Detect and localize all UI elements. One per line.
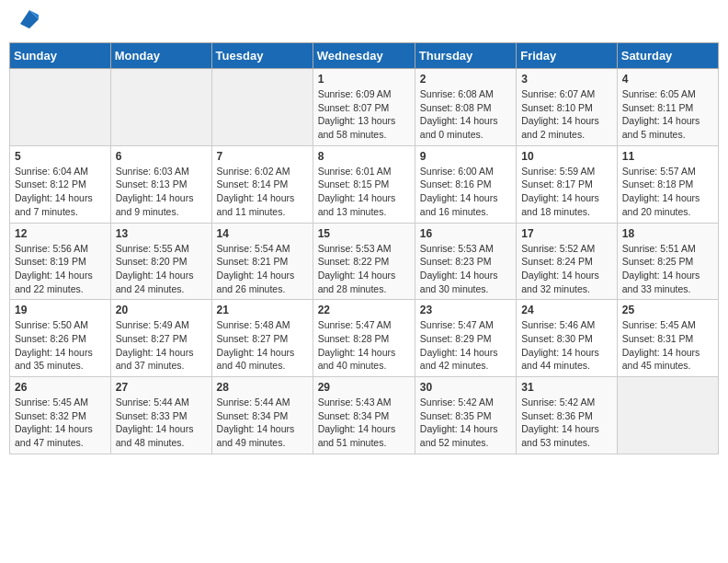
day-number: 31 bbox=[521, 381, 612, 394]
sunrise-line: Sunrise: 6:02 AM bbox=[217, 165, 308, 178]
sunset-line: Sunset: 8:16 PM bbox=[420, 178, 511, 191]
daylight-line: Daylight: 14 hours and 30 minutes. bbox=[420, 269, 511, 295]
calendar-cell: 19Sunrise: 5:50 AMSunset: 8:26 PMDayligh… bbox=[10, 300, 111, 377]
sunset-line: Sunset: 8:25 PM bbox=[622, 255, 713, 269]
sunrise-line: Sunrise: 5:50 AM bbox=[15, 318, 106, 332]
daylight-line: Daylight: 14 hours and 16 minutes. bbox=[420, 191, 511, 218]
day-number: 7 bbox=[217, 150, 308, 163]
sunrise-line: Sunrise: 5:44 AM bbox=[116, 396, 207, 409]
daylight-line: Daylight: 14 hours and 0 minutes. bbox=[420, 114, 511, 141]
calendar-cell: 5Sunrise: 6:04 AMSunset: 8:12 PMDaylight… bbox=[10, 145, 111, 223]
calendar-cell bbox=[617, 377, 718, 454]
calendar-cell: 17Sunrise: 5:52 AMSunset: 8:24 PMDayligh… bbox=[517, 223, 618, 300]
sunset-line: Sunset: 8:34 PM bbox=[217, 409, 308, 423]
day-number: 14 bbox=[217, 227, 308, 240]
day-of-week-header: Sunday bbox=[10, 43, 111, 69]
calendar-cell: 22Sunrise: 5:47 AMSunset: 8:28 PMDayligh… bbox=[313, 300, 415, 377]
logo bbox=[18, 14, 39, 29]
sunrise-line: Sunrise: 5:59 AM bbox=[521, 165, 612, 178]
day-number: 19 bbox=[15, 304, 106, 316]
day-of-week-header: Saturday bbox=[617, 43, 718, 69]
daylight-line: Daylight: 14 hours and 42 minutes. bbox=[420, 346, 511, 373]
day-number: 6 bbox=[116, 150, 207, 163]
calendar-cell: 27Sunrise: 5:44 AMSunset: 8:33 PMDayligh… bbox=[110, 377, 211, 454]
day-of-week-header: Wednesday bbox=[313, 43, 415, 69]
sunrise-line: Sunrise: 5:47 AM bbox=[318, 318, 410, 332]
day-number: 5 bbox=[15, 150, 106, 163]
sunrise-line: Sunrise: 5:49 AM bbox=[116, 318, 207, 332]
day-of-week-header: Tuesday bbox=[211, 43, 313, 69]
sunset-line: Sunset: 8:17 PM bbox=[521, 178, 612, 191]
sunrise-line: Sunrise: 5:44 AM bbox=[217, 396, 308, 409]
day-number: 23 bbox=[420, 304, 511, 316]
sunrise-line: Sunrise: 5:45 AM bbox=[622, 318, 713, 332]
day-number: 1 bbox=[318, 73, 410, 86]
calendar-cell: 30Sunrise: 5:42 AMSunset: 8:35 PMDayligh… bbox=[415, 377, 516, 454]
sunset-line: Sunset: 8:23 PM bbox=[420, 255, 511, 269]
daylight-line: Daylight: 14 hours and 26 minutes. bbox=[217, 269, 308, 295]
calendar-cell: 18Sunrise: 5:51 AMSunset: 8:25 PMDayligh… bbox=[617, 223, 718, 300]
sunrise-line: Sunrise: 5:53 AM bbox=[318, 242, 410, 256]
sunrise-line: Sunrise: 6:01 AM bbox=[318, 165, 410, 178]
sunset-line: Sunset: 8:29 PM bbox=[420, 332, 511, 346]
calendar-cell: 26Sunrise: 5:45 AMSunset: 8:32 PMDayligh… bbox=[10, 377, 111, 454]
sunrise-line: Sunrise: 6:03 AM bbox=[116, 165, 207, 178]
daylight-line: Daylight: 14 hours and 22 minutes. bbox=[15, 269, 106, 295]
daylight-line: Daylight: 14 hours and 24 minutes. bbox=[116, 269, 207, 295]
calendar-cell: 15Sunrise: 5:53 AMSunset: 8:22 PMDayligh… bbox=[313, 223, 415, 300]
day-number: 11 bbox=[622, 150, 713, 163]
day-number: 12 bbox=[15, 227, 106, 240]
sunset-line: Sunset: 8:31 PM bbox=[622, 332, 713, 346]
daylight-line: Daylight: 14 hours and 44 minutes. bbox=[521, 346, 612, 373]
day-number: 20 bbox=[116, 304, 207, 316]
calendar-week-row: 5Sunrise: 6:04 AMSunset: 8:12 PMDaylight… bbox=[10, 145, 719, 223]
day-number: 15 bbox=[318, 227, 410, 240]
daylight-line: Daylight: 14 hours and 20 minutes. bbox=[622, 191, 713, 218]
calendar-cell: 9Sunrise: 6:00 AMSunset: 8:16 PMDaylight… bbox=[415, 145, 516, 223]
day-number: 4 bbox=[622, 73, 713, 86]
daylight-line: Daylight: 14 hours and 33 minutes. bbox=[622, 269, 713, 295]
daylight-line: Daylight: 14 hours and 49 minutes. bbox=[217, 422, 308, 449]
sunrise-line: Sunrise: 5:42 AM bbox=[521, 396, 612, 409]
sunset-line: Sunset: 8:28 PM bbox=[318, 332, 410, 346]
calendar-cell: 11Sunrise: 5:57 AMSunset: 8:18 PMDayligh… bbox=[617, 145, 718, 223]
sunset-line: Sunset: 8:24 PM bbox=[521, 255, 612, 269]
sunrise-line: Sunrise: 5:52 AM bbox=[521, 242, 612, 256]
daylight-line: Daylight: 14 hours and 48 minutes. bbox=[116, 422, 207, 449]
day-number: 22 bbox=[318, 304, 410, 316]
calendar-cell: 3Sunrise: 6:07 AMSunset: 8:10 PMDaylight… bbox=[517, 69, 618, 146]
sunrise-line: Sunrise: 5:55 AM bbox=[116, 242, 207, 256]
daylight-line: Daylight: 14 hours and 2 minutes. bbox=[521, 114, 612, 141]
daylight-line: Daylight: 14 hours and 40 minutes. bbox=[318, 346, 410, 373]
calendar-cell: 4Sunrise: 6:05 AMSunset: 8:11 PMDaylight… bbox=[617, 69, 718, 146]
sunset-line: Sunset: 8:19 PM bbox=[15, 255, 106, 269]
daylight-line: Daylight: 13 hours and 58 minutes. bbox=[318, 114, 410, 141]
calendar-cell: 10Sunrise: 5:59 AMSunset: 8:17 PMDayligh… bbox=[517, 145, 618, 223]
day-of-week-header: Monday bbox=[110, 43, 211, 69]
day-number: 2 bbox=[420, 73, 511, 86]
daylight-line: Daylight: 14 hours and 13 minutes. bbox=[318, 191, 410, 218]
calendar-cell: 14Sunrise: 5:54 AMSunset: 8:21 PMDayligh… bbox=[211, 223, 313, 300]
daylight-line: Daylight: 14 hours and 37 minutes. bbox=[116, 346, 207, 373]
day-number: 9 bbox=[420, 150, 511, 163]
day-number: 25 bbox=[622, 304, 713, 316]
calendar-cell: 7Sunrise: 6:02 AMSunset: 8:14 PMDaylight… bbox=[211, 145, 313, 223]
calendar-cell: 25Sunrise: 5:45 AMSunset: 8:31 PMDayligh… bbox=[617, 300, 718, 377]
sunset-line: Sunset: 8:07 PM bbox=[318, 101, 410, 115]
sunset-line: Sunset: 8:34 PM bbox=[318, 409, 410, 423]
sunrise-line: Sunrise: 5:48 AM bbox=[217, 318, 308, 332]
daylight-line: Daylight: 14 hours and 35 minutes. bbox=[15, 346, 106, 373]
sunset-line: Sunset: 8:36 PM bbox=[521, 409, 612, 423]
daylight-line: Daylight: 14 hours and 32 minutes. bbox=[521, 269, 612, 295]
sunset-line: Sunset: 8:11 PM bbox=[622, 101, 713, 115]
calendar-week-row: 12Sunrise: 5:56 AMSunset: 8:19 PMDayligh… bbox=[10, 223, 719, 300]
sunrise-line: Sunrise: 5:54 AM bbox=[217, 242, 308, 256]
svg-marker-0 bbox=[20, 10, 39, 29]
sunset-line: Sunset: 8:27 PM bbox=[116, 332, 207, 346]
daylight-line: Daylight: 14 hours and 45 minutes. bbox=[622, 346, 713, 373]
sunset-line: Sunset: 8:14 PM bbox=[217, 178, 308, 191]
day-number: 13 bbox=[116, 227, 207, 240]
calendar-cell bbox=[10, 69, 111, 146]
day-number: 24 bbox=[521, 304, 612, 316]
calendar-cell: 23Sunrise: 5:47 AMSunset: 8:29 PMDayligh… bbox=[415, 300, 516, 377]
